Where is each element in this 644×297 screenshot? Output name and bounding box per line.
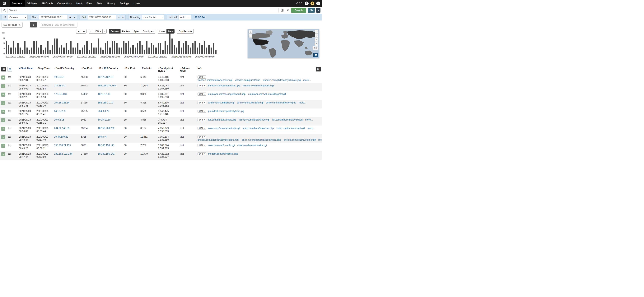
per-page-select[interactable]: 500 per page ⇅ <box>2 22 23 27</box>
graph-bar[interactable] <box>17 43 18 54</box>
start-time-cell[interactable]: 2021/09/23 08:49:28 <box>18 143 35 151</box>
graph-bar[interactable] <box>206 47 207 54</box>
nav-item-users[interactable]: Users <box>131 0 143 6</box>
start-time-cell[interactable]: 2021/09/23 08:49:44 <box>18 134 35 143</box>
add-filter-button[interactable]: + <box>1 110 5 114</box>
graph-bar[interactable] <box>137 43 138 54</box>
graph-bar[interactable] <box>91 43 92 54</box>
graph-bar[interactable] <box>61 45 62 54</box>
info-uri-link[interactable]: wooden.com/detail/whenever.cgi <box>198 79 232 81</box>
graph-bar[interactable] <box>10 47 12 54</box>
graph-bar[interactable] <box>86 41 88 54</box>
dst-port-cell[interactable]: 80 <box>123 91 139 100</box>
map-xff-toggle[interactable]: XFF <box>312 46 318 50</box>
packets-cell[interactable]: 11,861 <box>139 134 157 143</box>
info-uri-link[interactable]: white.com/cultural/far.cgi <box>237 101 263 104</box>
graph-bar[interactable] <box>100 47 102 54</box>
graph-bar[interactable] <box>176 47 178 54</box>
graph-bar[interactable] <box>52 45 53 54</box>
add-filter-button[interactable]: + <box>1 127 5 131</box>
dst-port-cell[interactable]: 80 <box>123 143 139 151</box>
dst-ip-link[interactable]: 224.0.0.22 <box>98 110 109 112</box>
sessions-grid-icon[interactable]: ▦ <box>1 67 6 71</box>
graph-bar[interactable] <box>22 50 23 54</box>
info-uri-link[interactable]: color.com/broad/monitor.cgi <box>238 144 267 147</box>
graph-bar[interactable] <box>59 47 60 54</box>
nav-item-sessions[interactable]: Sessions <box>10 0 25 6</box>
home-icon[interactable]: ⌂ <box>316 1 320 5</box>
graph-bar[interactable] <box>192 43 194 54</box>
src-ip-link[interactable]: 204.62.14.153 <box>54 127 70 130</box>
graph-bar[interactable] <box>15 47 16 54</box>
graph-bar[interactable] <box>70 41 72 54</box>
table-options-icon[interactable]: ▤ <box>316 67 321 71</box>
protocol-cell[interactable]: tcp <box>7 74 18 83</box>
stop-time-cell[interactable]: 2021/09/23 08:55:31 <box>35 117 53 126</box>
databytes-cell[interactable]: 4,855,979 5,395,533 <box>157 125 179 134</box>
graph-bar[interactable] <box>181 47 182 54</box>
packets-cell[interactable]: 7,767 <box>139 143 157 151</box>
src-port-cell[interactable]: 19142 <box>80 83 97 92</box>
protocol-cell[interactable]: tcp <box>7 83 18 92</box>
add-filter-button[interactable]: + <box>1 84 5 88</box>
graph-bar[interactable] <box>56 38 58 54</box>
start-time-cell[interactable]: 2021/09/23 08:50:49 <box>18 117 35 126</box>
graph-bar[interactable] <box>96 47 97 54</box>
graph-bar[interactable] <box>118 47 120 54</box>
info-uri-link[interactable]: wooden.com/guest/clue <box>235 79 260 81</box>
graph-bar[interactable] <box>109 47 111 54</box>
stop-time-cell[interactable]: 2021/09/23 08:53:54 <box>35 83 53 92</box>
map-zoom-out-button[interactable]: − <box>248 34 252 38</box>
src-ip-link[interactable]: 64.12.21.3 <box>54 110 66 112</box>
uri-dropdown-button[interactable]: URI▾ <box>198 75 206 79</box>
end-time-input[interactable] <box>88 14 116 20</box>
graph-bar[interactable] <box>112 41 113 54</box>
src-port-cell[interactable]: 63884 <box>80 125 97 134</box>
graph-zoom-select[interactable]: 10%▾ <box>93 29 102 33</box>
src-ip-link[interactable]: 10.44.100.22 <box>54 135 68 138</box>
databytes-cell[interactable]: 5,422,082 6,024,537 <box>157 151 179 160</box>
uri-dropdown-button[interactable]: URI▾ <box>198 101 206 104</box>
info-uri-link[interactable]: employer.com/package/lawsuit.php <box>208 93 246 95</box>
packets-cell[interactable]: 6,443 <box>139 74 157 83</box>
graph-bar[interactable] <box>213 43 214 54</box>
info-uri-link[interactable]: president.com/repeatedly/ship.jpg <box>208 110 244 112</box>
graph-bar[interactable] <box>197 47 198 54</box>
start-time-cell[interactable]: 2021/09/23 08:47:44 <box>18 151 35 160</box>
dst-port-cell[interactable]: 80 <box>123 108 139 117</box>
databytes-cell[interactable]: 3,245,118 3,605,688 <box>157 74 179 83</box>
uri-dropdown-button[interactable]: URI▾ <box>198 84 206 87</box>
map-expand-icon[interactable] <box>315 34 318 38</box>
databytes-cell[interactable]: 774,734 860,817 <box>157 117 179 126</box>
graph-bar[interactable] <box>130 47 131 54</box>
dst-port-cell[interactable]: 80 <box>123 134 139 143</box>
graph-bar[interactable] <box>174 45 175 54</box>
src-port-cell[interactable]: 25755 <box>80 108 97 117</box>
packets-cell[interactable]: 10,394 <box>139 83 157 92</box>
graph-bar[interactable] <box>82 47 83 54</box>
search-button[interactable]: Search <box>291 8 306 13</box>
uri-dropdown-button[interactable]: URI▾ <box>198 93 206 96</box>
databytes-cell[interactable]: 4,585,731 5,095,258 <box>157 91 179 100</box>
graph-bar[interactable] <box>210 47 212 54</box>
graph-bar[interactable] <box>66 43 67 54</box>
uri-dropdown-button[interactable]: URI▾ <box>198 152 206 155</box>
uri-dropdown-button[interactable]: URI▾ <box>198 135 206 138</box>
clear-search-icon[interactable]: × <box>286 8 290 13</box>
graph-bar[interactable] <box>105 43 106 54</box>
src-ip-link[interactable]: 104.16.125.34 <box>54 101 70 104</box>
nav-item-hunt[interactable]: Hunt <box>74 0 84 6</box>
graph-bar[interactable] <box>153 45 154 54</box>
toggle-bytes[interactable]: Bytes <box>132 29 141 33</box>
graph-bar[interactable] <box>107 41 108 54</box>
info-uri-link[interactable]: white.com/submit/nor.cgi <box>208 101 234 104</box>
column-config-icon[interactable]: ▥ <box>7 67 12 71</box>
dst-ip-link[interactable]: 10.10.10.19 <box>98 118 110 121</box>
graph-bar[interactable] <box>68 50 69 54</box>
stop-time-cell[interactable]: 2021/09/23 08:57:49 <box>35 134 53 143</box>
more-link[interactable]: more... <box>308 127 315 130</box>
graph-bar[interactable] <box>80 50 81 54</box>
zoom-out-icon[interactable]: ⊖ <box>81 29 86 33</box>
more-link[interactable]: more... <box>299 101 306 104</box>
node-cell[interactable]: test <box>179 83 196 92</box>
